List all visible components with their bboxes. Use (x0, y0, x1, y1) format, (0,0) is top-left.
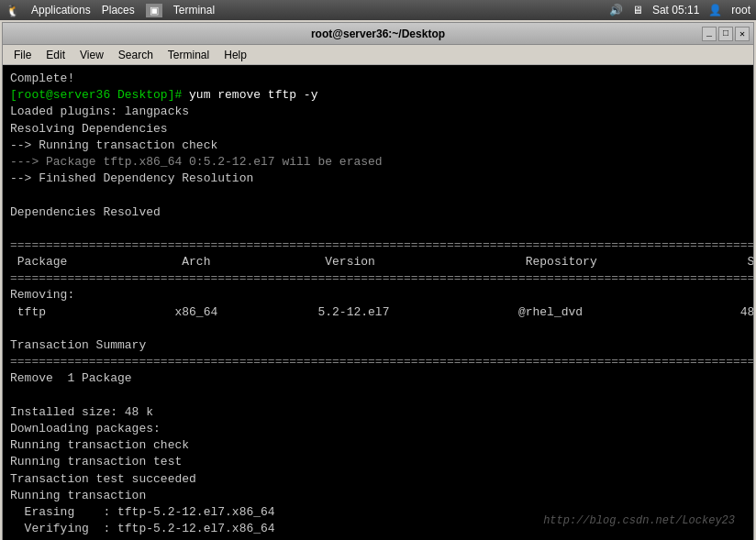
system-bar-right: 🔊 🖥 Sat 05:11 👤 root (609, 4, 750, 17)
sys-icon: 🐧 (6, 4, 20, 17)
terminal-app-icon: ▣ (146, 4, 162, 17)
window-controls: _ □ ✕ (702, 27, 750, 41)
window-title: root@server36:~/Desktop (311, 28, 445, 40)
menu-help[interactable]: Help (217, 47, 254, 63)
user-icon: 👤 (708, 4, 722, 17)
system-bar: 🐧 Applications Places ▣ Terminal 🔊 🖥 Sat… (0, 0, 756, 20)
menu-file[interactable]: File (6, 47, 39, 63)
menu-bar: File Edit View Search Terminal Help (3, 45, 753, 65)
maximize-button[interactable]: □ (718, 27, 733, 41)
user-label: root (731, 4, 750, 17)
terminal-window: root@server36:~/Desktop _ □ ✕ File Edit … (2, 22, 754, 540)
terminal-output[interactable]: Complete! [root@server36 Desktop]# yum r… (3, 65, 753, 540)
close-button[interactable]: ✕ (735, 27, 750, 41)
network-icon: 🖥 (632, 4, 643, 17)
menu-terminal[interactable]: Terminal (161, 47, 217, 63)
applications-menu[interactable]: Applications (31, 4, 91, 17)
datetime: Sat 05:11 (652, 4, 699, 17)
volume-icon: 🔊 (609, 4, 623, 17)
menu-search[interactable]: Search (111, 47, 161, 63)
system-bar-left: 🐧 Applications Places ▣ Terminal (6, 4, 215, 17)
menu-edit[interactable]: Edit (39, 47, 72, 63)
terminal-app-label[interactable]: Terminal (173, 4, 215, 17)
menu-view[interactable]: View (72, 47, 111, 63)
places-menu[interactable]: Places (102, 4, 135, 17)
title-bar: root@server36:~/Desktop _ □ ✕ (3, 23, 753, 45)
minimize-button[interactable]: _ (702, 27, 717, 41)
